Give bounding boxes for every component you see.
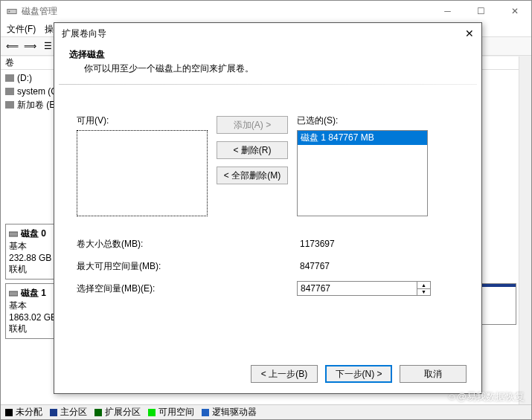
max-space-label: 最大可用空间量(MB): [77,260,297,273]
dialog-close-button[interactable]: ✕ [462,26,477,41]
legend-swatch-primary [50,409,57,416]
selected-listbox[interactable]: 磁盘 1 847767 MB [297,130,428,216]
selected-label: 已选的(S): [297,114,428,127]
disk-icon [9,289,18,298]
svg-point-1 [9,11,10,13]
volume-icon [5,74,14,82]
minimize-button[interactable]: ─ [431,1,464,22]
volume-icon [5,88,14,95]
close-button[interactable]: ✕ [498,1,531,22]
svg-rect-3 [9,291,18,296]
dialog-heading: 选择磁盘 [69,48,467,61]
select-space-label: 选择空间量(MB)(E): [77,282,297,295]
available-listbox[interactable] [77,130,208,216]
svg-rect-2 [9,232,18,236]
total-size-label: 卷大小总数(MB): [77,238,297,251]
cancel-button[interactable]: 取消 [400,365,467,383]
fields-section: 卷大小总数(MB): 1173697 最大可用空间量(MB): 847767 选… [77,233,459,300]
dialog-body: 可用(V): 添加(A) > < 删除(R) < 全部删除(M) 已选的(S):… [54,85,481,307]
main-title: 磁盘管理 [22,5,57,18]
legend-swatch-unalloc [5,409,13,416]
legend-swatch-logical [202,409,209,416]
space-spinner: ▲ ▼ [297,281,431,296]
vertical-scrollbar[interactable] [519,56,531,404]
remove-all-button[interactable]: < 全部删除(M) [217,167,288,184]
disk-segment[interactable] [478,284,516,324]
dialog-titlebar: 扩展卷向导 ✕ [54,23,481,44]
dialog-header: 选择磁盘 你可以用至少一个磁盘上的空间来扩展卷。 [54,44,481,84]
spin-up-button[interactable]: ▲ [417,282,430,289]
disk-icon [9,230,18,239]
dialog-title: 扩展卷向导 [62,28,106,40]
spin-down-button[interactable]: ▼ [417,289,430,296]
list-item[interactable]: 磁盘 1 847767 MB [298,131,427,145]
maximize-button[interactable]: ☐ [464,1,498,22]
legend-swatch-free [148,409,156,416]
legend: 未分配 主分区 扩展分区 可用空间 逻辑驱动器 [1,404,531,419]
disk-select-row: 可用(V): 添加(A) > < 删除(R) < 全部删除(M) 已选的(S):… [77,114,459,216]
remove-button[interactable]: < 删除(R) [217,141,288,159]
dialog-subheading: 你可以用至少一个磁盘上的空间来扩展卷。 [69,62,467,75]
back-button[interactable]: ⟸ [4,38,20,54]
menu-action[interactable]: 操 [45,23,54,36]
forward-button[interactable]: ⟹ [22,38,38,54]
add-button[interactable]: 添加(A) > [217,116,288,134]
dialog-footer: < 上一步(B) 下一步(N) > 取消 [251,365,467,383]
volume-icon [5,101,14,109]
back-button[interactable]: < 上一步(B) [251,365,318,383]
legend-swatch-extended [94,409,102,416]
available-label: 可用(V): [77,114,208,127]
total-size-value: 1173697 [297,237,431,251]
transfer-buttons: 添加(A) > < 删除(R) < 全部删除(M) [217,114,288,216]
app-icon [7,6,17,16]
main-titlebar: 磁盘管理 ─ ☐ ✕ [1,1,531,22]
menu-file[interactable]: 文件(F) [7,23,36,36]
next-button[interactable]: 下一步(N) > [325,365,392,383]
max-space-value: 847767 [297,259,431,273]
space-input[interactable] [297,281,417,296]
extend-volume-wizard-dialog: 扩展卷向导 ✕ 选择磁盘 你可以用至少一个磁盘上的空间来扩展卷。 可用(V): … [54,22,482,394]
